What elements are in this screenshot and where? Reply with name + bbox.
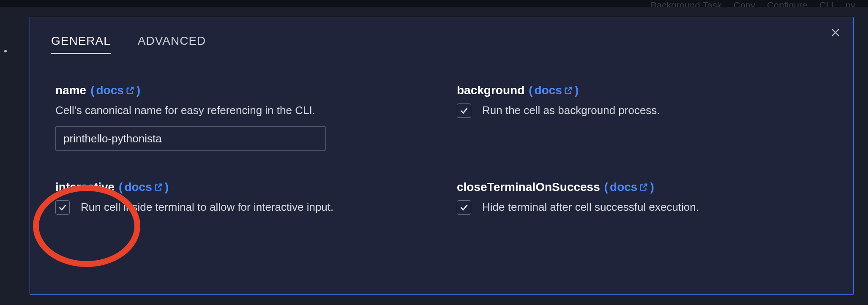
tab-advanced[interactable]: ADVANCED xyxy=(138,34,206,54)
checkbox-label: Run the cell as background process. xyxy=(482,103,660,118)
indicator-dot xyxy=(4,50,7,52)
toolbar-background-task[interactable]: Background Task xyxy=(650,0,721,7)
checkbox-label: Run cell inside terminal to allow for in… xyxy=(81,200,333,215)
settings-grid: name (docs ) Cell's canonical name for e… xyxy=(50,84,833,215)
field-title: interactive xyxy=(55,180,115,194)
configure-panel: GENERAL ADVANCED name (docs ) Cell's can… xyxy=(30,17,854,295)
field-title: name xyxy=(55,84,86,97)
name-input[interactable] xyxy=(55,126,326,151)
field-background: background (docs ) Run the cell as backg… xyxy=(457,84,833,151)
checkbox-label: Hide terminal after cell successful exec… xyxy=(482,200,699,215)
toolbar-configure[interactable]: Configure xyxy=(767,0,807,7)
field-name: name (docs ) Cell's canonical name for e… xyxy=(55,84,431,151)
field-interactive: interactive (docs ) Run cell inside term… xyxy=(55,180,431,215)
external-link-icon xyxy=(154,182,163,192)
external-link-icon xyxy=(564,86,573,95)
interactive-checkbox[interactable] xyxy=(55,200,70,215)
check-icon xyxy=(459,106,469,115)
toolbar-copy[interactable]: Copy xyxy=(734,0,755,7)
docs-link-close-terminal[interactable]: (docs ) xyxy=(604,180,654,194)
toolbar-cli[interactable]: CLI xyxy=(819,0,834,7)
docs-link-interactive[interactable]: (docs ) xyxy=(119,180,169,194)
close-terminal-checkbox[interactable] xyxy=(457,200,471,215)
field-desc: Cell's canonical name for easy referenci… xyxy=(55,103,431,118)
external-link-icon xyxy=(639,182,648,192)
field-title: closeTerminalOnSuccess xyxy=(457,180,600,194)
check-icon xyxy=(459,203,469,212)
external-link-icon xyxy=(126,86,135,95)
check-icon xyxy=(58,203,67,212)
close-icon xyxy=(830,27,841,38)
docs-link-name[interactable]: (docs ) xyxy=(90,84,140,97)
cell-toolbar: Background Task Copy Configure CLI py xyxy=(0,0,868,7)
field-close-terminal: closeTerminalOnSuccess (docs ) Hide term… xyxy=(457,180,833,215)
background-checkbox[interactable] xyxy=(457,103,471,118)
tab-general[interactable]: GENERAL xyxy=(51,34,111,54)
close-button[interactable] xyxy=(830,27,841,38)
tab-bar: GENERAL ADVANCED xyxy=(50,34,833,54)
docs-link-background[interactable]: (docs ) xyxy=(529,84,579,97)
toolbar-lang[interactable]: py xyxy=(846,0,855,7)
field-title: background xyxy=(457,84,524,97)
